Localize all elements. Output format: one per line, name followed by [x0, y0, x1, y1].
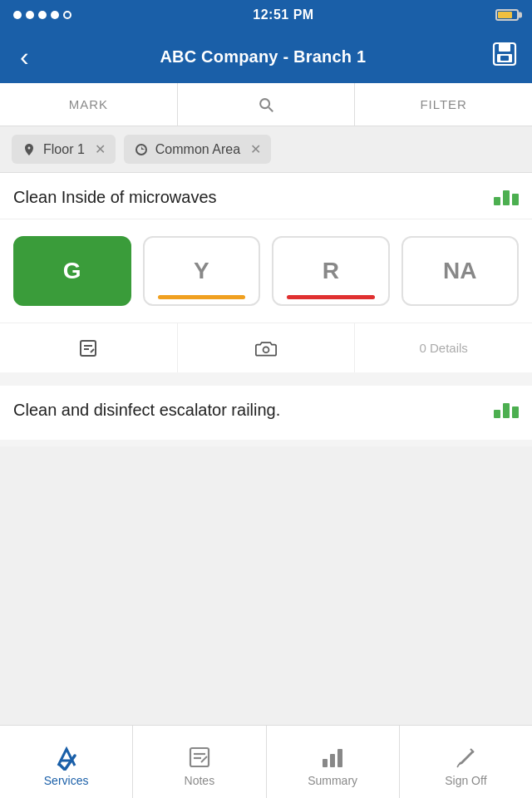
svg-rect-17 [337, 749, 342, 767]
svg-rect-15 [323, 759, 328, 767]
tab-signoff[interactable]: Sign Off [400, 726, 532, 798]
task-1-title: Clean Inside of microwaves [13, 188, 484, 207]
task-2-title: Clean and disinfect escalator railing. [13, 401, 280, 420]
rating-row: G Y R NA [0, 219, 532, 323]
svg-rect-16 [330, 754, 335, 767]
rating-na-button[interactable]: NA [401, 236, 520, 306]
floor-filter-chip[interactable]: Floor 1 ✕ [12, 135, 116, 164]
svg-line-9 [91, 349, 94, 352]
action-row: 0 Details [0, 323, 532, 372]
tab-summary-label: Summary [308, 774, 357, 787]
tab-notes[interactable]: Notes [133, 726, 266, 798]
task-1-header: Clean Inside of microwaves [0, 173, 532, 219]
camera-action-button[interactable] [178, 323, 356, 372]
rating-y-button[interactable]: Y [143, 236, 261, 306]
task-card-1: Clean Inside of microwaves G Y R NA [0, 173, 532, 372]
tab-summary[interactable]: Summary [267, 726, 400, 798]
status-time: 12:51 PM [253, 7, 313, 22]
signal-strength [13, 11, 71, 19]
svg-line-14 [201, 756, 207, 762]
back-button[interactable]: ‹ [13, 40, 36, 73]
area-filter-label: Common Area [155, 142, 240, 157]
svg-line-5 [268, 107, 273, 111]
rating-r-button[interactable]: R [272, 236, 390, 306]
save-button[interactable] [490, 40, 519, 74]
tab-services[interactable]: Services [0, 726, 133, 798]
filter-button[interactable]: FILTER [355, 83, 532, 126]
search-button[interactable] [178, 83, 356, 126]
svg-point-4 [260, 99, 269, 108]
svg-rect-3 [500, 56, 509, 61]
active-filters: Floor 1 ✕ Common Area ✕ [0, 126, 532, 173]
toolbar: MARK FILTER [0, 83, 532, 126]
area-filter-chip[interactable]: Common Area ✕ [124, 135, 271, 164]
tab-bar: Services Notes Summary Sign Off [0, 725, 532, 798]
task-2-chart-icon[interactable] [494, 403, 519, 418]
task-spacer [0, 379, 532, 386]
tab-services-label: Services [44, 774, 89, 787]
details-action-button[interactable]: 0 Details [355, 323, 532, 372]
tab-notes-label: Notes [185, 774, 215, 787]
nav-bar: ‹ ABC Company - Branch 1 [0, 30, 532, 83]
task-card-2: Clean and disinfect escalator railing. [0, 386, 532, 440]
battery-indicator [495, 9, 519, 21]
status-bar: 12:51 PM [0, 0, 532, 30]
svg-point-10 [264, 347, 269, 352]
rating-g-button[interactable]: G [13, 236, 131, 306]
tab-signoff-label: Sign Off [445, 774, 486, 787]
task-1-chart-icon[interactable] [494, 190, 519, 205]
mark-button[interactable]: MARK [0, 83, 178, 126]
task-list: Clean Inside of microwaves G Y R NA [0, 173, 532, 446]
svg-rect-1 [499, 43, 510, 52]
page-title: ABC Company - Branch 1 [160, 47, 366, 66]
notes-action-button[interactable] [0, 323, 178, 372]
